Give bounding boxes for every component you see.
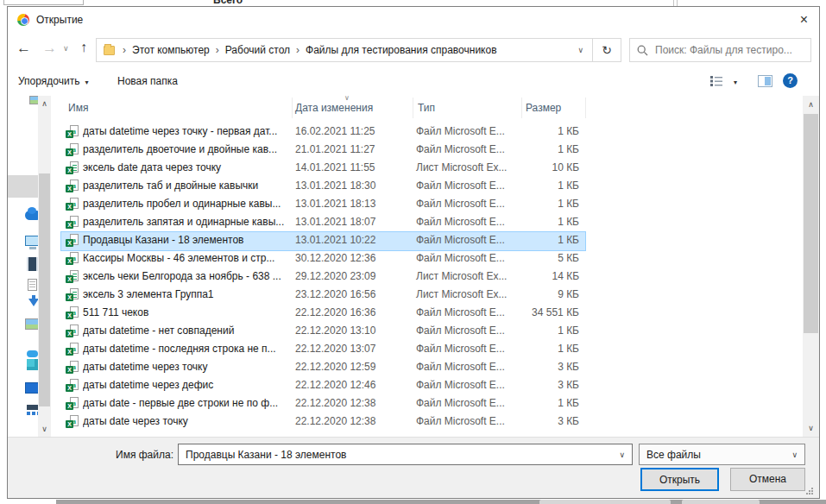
videos-icon[interactable] [27, 257, 38, 271]
file-type: Файл Microsoft E... [416, 306, 505, 318]
file-row[interactable]: X даты datetime - нет совпадений 22.12.2… [58, 322, 802, 340]
file-row[interactable]: X даты date через точку 22.12.2020 12:38… [58, 413, 802, 431]
column-header-date[interactable]: Дата изменения [295, 102, 373, 114]
file-size: 9 КБ [507, 288, 579, 300]
view-dropdown-icon[interactable]: ▾ [734, 79, 737, 86]
file-row[interactable]: X даты datetime через точку - первая дат… [58, 123, 802, 141]
file-list-scrollbar[interactable]: ∧ ∨ [803, 96, 819, 437]
navigation-bar: ← → ∨ ↑ › Этот компьютер › Рабочий стол … [8, 33, 819, 67]
open-button[interactable]: Открыть [640, 468, 719, 491]
column-header-row: ∨ Имя Дата изменения Тип Размер [58, 96, 812, 119]
file-type: Файл Microsoft E... [416, 198, 505, 210]
background-search-label: Поиск [12, 0, 41, 2]
file-date: 22.12.2020 13:10 [295, 324, 375, 337]
preview-pane-icon[interactable] [758, 75, 772, 87]
file-row[interactable]: X даты date - первые две строки не по ф.… [58, 394, 802, 413]
sidebar-scrollbar[interactable]: ∧ ∨ [38, 96, 51, 437]
caret-down-icon: ▾ [85, 79, 88, 86]
new-folder-button[interactable]: Новая папка [117, 75, 178, 87]
history-dropdown-icon[interactable]: ∨ [63, 44, 69, 53]
file-name: даты datetime через точку [83, 361, 293, 373]
file-size: 1 КБ [507, 216, 579, 228]
file-row[interactable]: X даты datetime - последняя строка не п.… [58, 340, 802, 358]
resize-grip[interactable] [806, 489, 813, 496]
chrome-icon [17, 14, 29, 26]
up-button[interactable]: ↑ [80, 40, 87, 55]
filename-input[interactable]: Продавцы Казани - 18 элементов ∨ [178, 444, 633, 465]
column-header-size[interactable]: Размер [526, 102, 561, 114]
column-divider[interactable] [413, 98, 413, 118]
cloud-icon[interactable] [27, 350, 38, 357]
file-name: даты date - первые две строки не по ф... [83, 397, 293, 409]
file-date: 29.12.2020 23:09 [295, 270, 375, 282]
search-input[interactable]: Поиск: Файлы для тестиро... [629, 38, 811, 62]
file-date: 22.12.2020 12:38 [295, 397, 375, 409]
filename-value: Продавцы Казани - 18 элементов [186, 449, 619, 461]
background-search-field: Поиск [3, 0, 84, 5]
file-row[interactable]: X эксель чеки Белгорода за ноябрь - 638 … [58, 268, 802, 286]
file-row[interactable]: X даты datetime через точку 22.12.2020 1… [58, 358, 802, 376]
combo-dropdown-icon[interactable]: ∨ [619, 450, 625, 459]
file-row[interactable]: X разделитель таб и двойные кавычки 13.0… [58, 177, 802, 195]
column-header-name[interactable]: Имя [68, 102, 88, 114]
file-name: даты datetime - нет совпадений [83, 324, 293, 337]
close-button[interactable]: × [789, 7, 819, 32]
search-placeholder: Поиск: Файлы для тестиро... [655, 44, 792, 56]
file-row[interactable]: X разделитель пробел и одинарные кавы...… [58, 195, 802, 213]
file-row[interactable]: X Кассиры Москвы - 46 элементов и стр...… [58, 249, 802, 268]
view-details-icon[interactable] [710, 75, 723, 89]
combo-dropdown-icon[interactable]: ∨ [791, 450, 798, 459]
breadcrumb[interactable]: › Этот компьютер › Рабочий стол › Файлы … [96, 38, 593, 62]
network-icon[interactable] [27, 405, 38, 410]
scrollbar-thumb[interactable] [804, 114, 818, 333]
forward-button[interactable]: → [42, 40, 57, 57]
window-title: Открытие [36, 14, 83, 26]
breadcrumb-item-folder[interactable]: Файлы для тестирования справочников [306, 44, 496, 56]
documents-icon[interactable] [28, 279, 37, 291]
scrollbar-thumb[interactable] [39, 173, 50, 406]
file-size: 3 КБ [507, 379, 579, 391]
file-row[interactable]: X 511 711 чеков 22.12.2020 16:36 Файл Mi… [58, 304, 802, 322]
address-dropdown-icon[interactable]: ∨ [574, 46, 587, 54]
organize-button[interactable]: Упорядочить▾ [18, 75, 88, 87]
scroll-down-icon[interactable]: ∨ [803, 424, 819, 432]
file-row[interactable]: X даты datetime через дефис 22.12.2020 1… [58, 376, 802, 394]
back-button[interactable]: ← [16, 40, 31, 57]
file-date: 22.12.2020 12:38 [295, 415, 375, 427]
background-divider [677, 0, 678, 6]
background-bottom-button [539, 500, 671, 504]
column-divider[interactable] [292, 98, 293, 118]
titlebar[interactable]: Открытие × [8, 7, 819, 33]
excel-file-icon: X [66, 143, 79, 156]
cancel-button[interactable]: Отмена [730, 468, 805, 491]
file-row[interactable]: X эксель 3 элемента Группа1 23.12.2020 1… [58, 286, 802, 304]
refresh-button[interactable]: ↻ [592, 38, 621, 62]
file-name: разделитель запятая и одинарные кавы... [83, 216, 293, 228]
file-row[interactable]: X разделитель двоеточие и двойные кав...… [58, 141, 802, 159]
file-date: 13.01.2021 18:30 [295, 180, 375, 192]
scroll-up-icon[interactable]: ∧ [38, 99, 51, 108]
3d-objects-icon[interactable] [27, 359, 38, 370]
column-divider[interactable] [585, 98, 586, 118]
file-name: Кассиры Москвы - 46 элементов и стр... [83, 252, 293, 264]
file-size: 3 КБ [507, 415, 579, 427]
file-row[interactable]: X Продавцы Казани - 18 элементов 13.01.2… [58, 231, 802, 249]
file-name: разделитель пробел и одинарные кавы... [83, 198, 293, 210]
desktop-icon[interactable] [25, 382, 39, 394]
scroll-up-icon[interactable]: ∧ [803, 100, 819, 109]
breadcrumb-item-desktop[interactable]: Рабочий стол [225, 44, 290, 56]
scroll-down-icon[interactable]: ∨ [38, 425, 51, 433]
file-date: 13.01.2021 18:13 [295, 198, 375, 210]
file-row[interactable]: X разделитель запятая и одинарные кавы..… [58, 213, 802, 231]
column-header-type[interactable]: Тип [418, 102, 435, 114]
file-date: 13.01.2021 10:22 [295, 234, 375, 246]
help-button[interactable]: ? [783, 73, 798, 88]
filetype-select[interactable]: Все файлы ∨ [639, 444, 805, 465]
breadcrumb-item-this-pc[interactable]: Этот компьютер [132, 44, 210, 56]
filetype-value: Все файлы [646, 449, 791, 461]
column-divider[interactable] [521, 98, 522, 118]
file-date: 13.01.2021 18:07 [295, 216, 375, 228]
file-row[interactable]: X эксель date дата через точку 14.01.202… [58, 159, 802, 177]
file-size: 5 КБ [507, 252, 579, 264]
file-name: даты datetime через точку - первая дат..… [83, 125, 293, 137]
